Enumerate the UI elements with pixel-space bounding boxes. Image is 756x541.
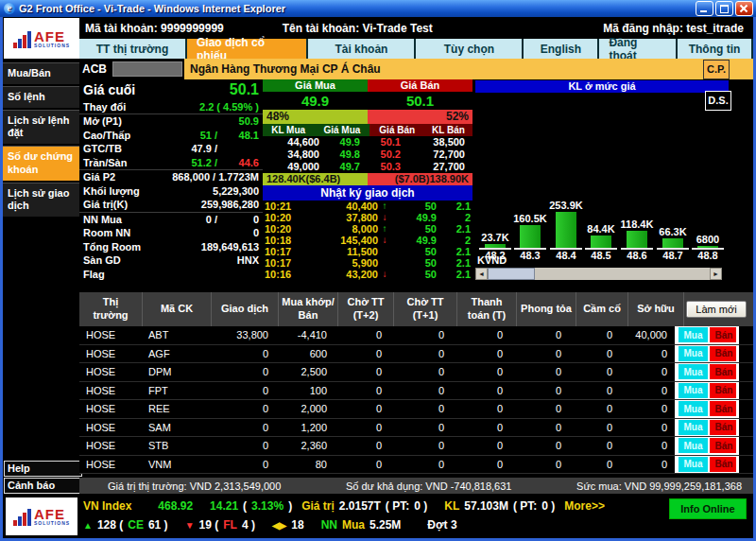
- sidebar: Mua/Bán Số lệnh Lịch sử lệnh đặt Số dư c…: [3, 59, 79, 538]
- sell-button[interactable]: Bán: [710, 383, 736, 398]
- sell-button[interactable]: Bán: [710, 364, 736, 379]
- table-row: HOSEDPM02,500000000MuaBán: [79, 363, 753, 382]
- trade-log-row: 10:18145,400↓49.92: [263, 235, 472, 246]
- available-balance: Số dư khả dụng: VND -740,818,631: [346, 480, 512, 492]
- col-phong-toa: Phong tỏa: [517, 292, 576, 326]
- tab-giao-dich-co-phieu[interactable]: Giao dịch cổ phiếu: [187, 39, 306, 59]
- tab-english[interactable]: English: [524, 39, 597, 59]
- buy-button[interactable]: Mua: [679, 364, 708, 379]
- trade-log-row: 10:2140,400↑502.1: [263, 201, 472, 212]
- decliners-count: 19 (: [199, 518, 219, 532]
- quote-row-tong-room: Tổng Room189,649,613: [79, 240, 263, 253]
- buy-sell-ratio-bar: 48% 52%: [263, 110, 472, 124]
- chart-slot: 6800: [688, 234, 728, 248]
- sidebar-item-so-lenh[interactable]: Số lệnh: [3, 86, 79, 108]
- account-name-value: Vi-Trade Test: [362, 22, 432, 35]
- chart-slot: 84.4K: [581, 223, 621, 248]
- advancers-count: 128 (: [97, 518, 123, 532]
- account-id-value: 9999999999: [161, 22, 224, 35]
- quote-row-volume: Khối lượng5,229,300: [79, 184, 263, 198]
- tab-tt-thi-truong[interactable]: TT thị trường: [79, 39, 185, 59]
- chart-scrollbar[interactable]: ◄ ►: [475, 268, 722, 280]
- buy-button[interactable]: Mua: [679, 401, 708, 416]
- sell-percent-bar: 52%: [368, 110, 472, 124]
- login-id-value: test_itrade: [686, 22, 744, 35]
- ce-count: 61 ): [148, 518, 168, 532]
- scroll-left-icon[interactable]: ◄: [475, 268, 488, 280]
- symbol-row: ACB Ngân Hàng Thương Mại CP Á Châu C.P.: [79, 59, 753, 79]
- sidebar-item-so-du-chung-khoan[interactable]: Số dư chứng khoán: [3, 146, 79, 181]
- sell-button[interactable]: Bán: [710, 346, 736, 361]
- sidebar-item-lich-su-giao-dich[interactable]: Lịch sử giao dịch: [3, 183, 79, 218]
- holdings-header: Thịtrường Mã CK Giao dịch Mua khớp/Bán C…: [79, 292, 753, 326]
- cp-button[interactable]: C.P.: [703, 60, 730, 79]
- ce-label: CE: [128, 518, 144, 532]
- buy-button[interactable]: Mua: [679, 383, 708, 398]
- scrollbar-thumb[interactable]: [488, 268, 535, 280]
- buy-total: 128.40K($6.4B): [263, 173, 368, 185]
- internet-explorer-icon: e: [4, 3, 15, 14]
- index-label: VN Index: [83, 499, 131, 513]
- nn-side: Mua: [342, 518, 365, 532]
- unit-label: KVND: [477, 254, 507, 266]
- trade-log-title: Nhật ký giao dịch: [263, 185, 472, 201]
- info-online-button[interactable]: Info Online: [669, 498, 747, 519]
- sell-button[interactable]: Bán: [710, 401, 736, 416]
- sidebar-item-lich-su-lenh-dat[interactable]: Lịch sử lệnh đặt: [3, 110, 79, 145]
- depth-panel: Giá Mua Giá Bán 49.9 50.1 48% 52% KL Mua…: [263, 79, 472, 280]
- tab-dang-thoat[interactable]: Đăng thoát: [599, 39, 676, 59]
- trade-log-row: 10:175,900502.1: [263, 257, 472, 269]
- sidebar-item-mua-ban[interactable]: Mua/Bán: [3, 62, 79, 84]
- sell-button[interactable]: Bán: [710, 457, 736, 472]
- main-nav: TT thị trường Giao dịch cổ phiếu Tài kho…: [79, 39, 753, 59]
- col-cho-tt-t2: Chờ TT(T+2): [338, 292, 394, 326]
- best-sell-price: 50.1: [368, 92, 472, 110]
- nn-label: NN: [321, 518, 337, 532]
- app-window: e G2 Front Office - Vi-Trade - Windows I…: [0, 0, 756, 541]
- price-tick: 48.4: [550, 248, 582, 261]
- buy-button[interactable]: Mua: [679, 346, 708, 361]
- unchanged-count: 18: [291, 518, 303, 532]
- tab-tai-khoan[interactable]: Tài khoản: [308, 39, 414, 59]
- ds-button[interactable]: D.S.: [705, 91, 731, 111]
- refresh-button[interactable]: Làm mới: [686, 301, 746, 318]
- market-volume: 57.103M: [464, 499, 508, 513]
- col-gia-ban: Giá Bán: [369, 124, 424, 136]
- quote-row-nn-mua: NN Mua0 /0: [79, 212, 263, 226]
- chart-bar: [591, 236, 611, 248]
- market-value: Giá trị thị trường: VND 2,313,549,000: [108, 480, 281, 492]
- help-button[interactable]: Help: [4, 461, 82, 477]
- close-button[interactable]: [735, 1, 753, 16]
- quote-row-san-gd: Sàn GDHNX: [79, 253, 263, 267]
- more-link[interactable]: More>>: [564, 499, 605, 513]
- trade-log-row: 10:1711,500502.1: [263, 246, 472, 257]
- price-tick: 48.7: [657, 248, 689, 261]
- buy-button[interactable]: Mua: [679, 438, 708, 453]
- buy-button[interactable]: Mua: [679, 420, 708, 435]
- minimize-button[interactable]: [696, 1, 713, 16]
- quote-row-open: Mở (P1)50.9: [79, 113, 263, 128]
- market-turnover: 2.0157T: [339, 499, 381, 513]
- scroll-right-icon[interactable]: ►: [710, 268, 722, 280]
- price-tick: 48.3: [514, 248, 546, 261]
- price-tick: 48.5: [585, 248, 617, 261]
- best-buy-price: 49.9: [263, 92, 368, 110]
- buy-button[interactable]: Mua: [679, 457, 708, 472]
- symbol-code: ACB: [79, 62, 112, 76]
- sell-button[interactable]: Bán: [710, 420, 736, 435]
- buy-button[interactable]: Mua: [679, 327, 708, 342]
- value-label: Giá trị: [301, 499, 335, 513]
- tab-thong-tin[interactable]: Thông tin: [678, 39, 751, 59]
- depth-row: 34,80049.850.272,700: [263, 148, 472, 161]
- symbol-search-input[interactable]: [112, 61, 182, 77]
- sell-button[interactable]: Bán: [710, 438, 736, 453]
- quote-row-change: Thay đổi2.2 ( 4.59% ): [79, 100, 263, 113]
- quote-panel: Giá cuối50.1 Thay đổi2.2 ( 4.59% ) Mở (P…: [79, 79, 263, 281]
- depth-row: 44,60049.950.138,500: [263, 136, 472, 148]
- sell-button[interactable]: Bán: [710, 327, 736, 342]
- session-label: Đợt 3: [427, 518, 456, 532]
- tab-tuy-chon[interactable]: Tùy chọn: [416, 39, 522, 59]
- maximize-button[interactable]: [715, 1, 733, 16]
- canh-bao-button[interactable]: Cảnh báo: [4, 478, 82, 494]
- buy-header: Giá Mua: [263, 79, 368, 92]
